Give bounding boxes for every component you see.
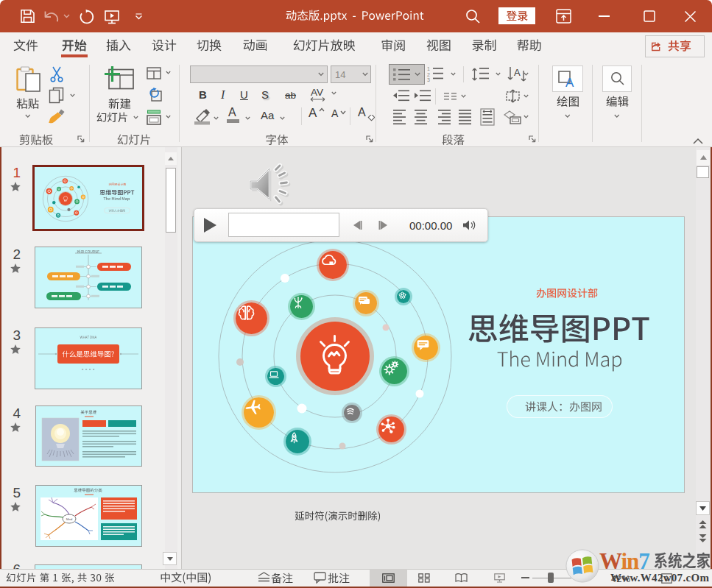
svg-text:A: A — [514, 67, 521, 78]
svg-text:A: A — [565, 76, 574, 88]
svg-text:Mind: Mind — [66, 517, 73, 521]
